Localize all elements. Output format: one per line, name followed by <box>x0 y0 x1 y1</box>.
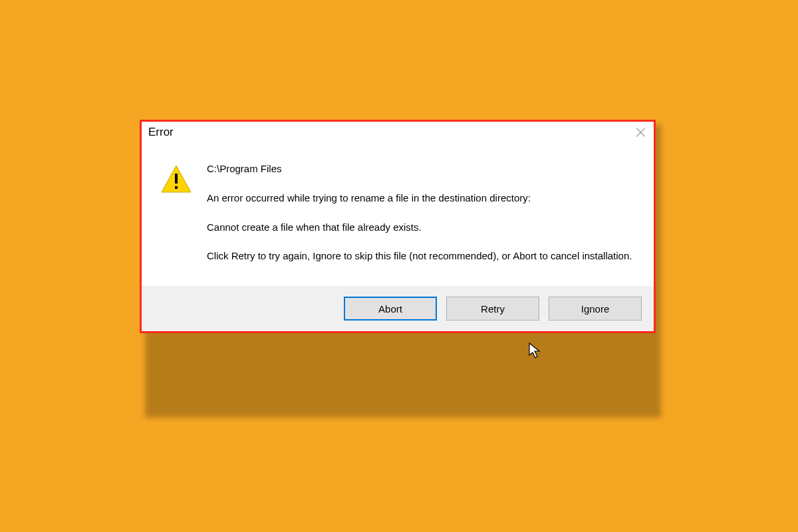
close-icon[interactable] <box>635 126 647 138</box>
error-message-2: Cannot create a file when that file alre… <box>207 220 635 235</box>
dialog-content: C:\Program Files An error occurred while… <box>142 143 654 286</box>
error-dialog: Error C:\Program Files An error occurred… <box>140 120 656 333</box>
error-message-3: Click Retry to try again, Ignore to skip… <box>207 249 635 263</box>
abort-button[interactable]: Abort <box>344 297 437 321</box>
svg-rect-1 <box>175 174 178 184</box>
svg-rect-2 <box>175 186 178 189</box>
button-bar: Abort Retry Ignore <box>142 286 654 331</box>
titlebar[interactable]: Error <box>142 122 654 143</box>
ignore-button[interactable]: Ignore <box>549 297 642 321</box>
warning-icon <box>160 164 192 194</box>
error-path: C:\Program Files <box>207 162 635 176</box>
message-column: C:\Program Files An error occurred while… <box>207 162 635 263</box>
error-message-1: An error occurred while trying to rename… <box>207 191 635 205</box>
retry-button[interactable]: Retry <box>446 297 539 321</box>
dialog-title: Error <box>148 126 174 139</box>
icon-column <box>160 162 192 263</box>
